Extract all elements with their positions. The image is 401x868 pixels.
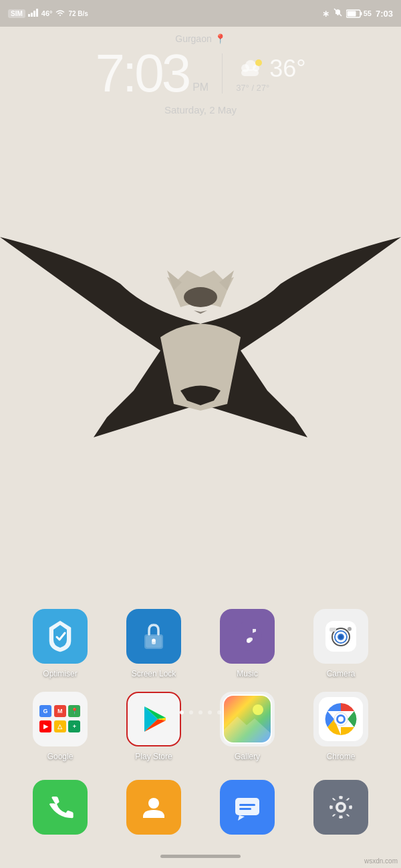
dock-item-settings[interactable]	[304, 780, 378, 835]
phone-dock-icon[interactable]	[33, 780, 88, 835]
clock-time-display: 7:03	[95, 47, 188, 100]
status-left: SIM 46° 72 B/s	[8, 9, 88, 18]
page-dot-0[interactable]	[180, 710, 184, 714]
camera-icon[interactable]	[313, 609, 368, 664]
messages-dock-icon[interactable]	[220, 780, 275, 835]
gallery-label: Gallery	[235, 752, 260, 761]
page-dots	[0, 710, 401, 714]
svg-rect-7	[360, 12, 362, 15]
svg-point-17	[152, 639, 156, 642]
svg-point-26	[348, 627, 352, 631]
music-label: Music	[237, 669, 257, 678]
dock-item-phone[interactable]	[23, 780, 97, 835]
weather-cloud-icon	[236, 57, 264, 80]
svg-point-40	[338, 805, 344, 810]
wifi-icon	[55, 9, 65, 18]
app-item-optimiser[interactable]: Optimiser	[23, 609, 97, 678]
settings-dock-icon[interactable]	[313, 780, 368, 835]
camera-label: Camera	[327, 669, 356, 678]
svg-rect-39	[239, 808, 251, 810]
app-row-1: Optimiser Screen Lock	[13, 609, 388, 678]
optimiser-svg	[45, 620, 75, 653]
google-icon[interactable]: G M 📍 ▶ △ +	[33, 692, 88, 746]
location-row: Gurgaon 📍	[0, 33, 401, 44]
screenlock-label: Screen Lock	[132, 669, 176, 678]
dock-item-messages[interactable]	[211, 780, 284, 835]
contacts-dock-icon[interactable]	[126, 780, 181, 835]
playstore-label: Play Store	[135, 752, 172, 761]
status-time: 7:03	[376, 9, 393, 19]
chrome-svg	[318, 696, 364, 742]
optimiser-label: Optimiser	[43, 669, 77, 678]
google-youtube-icon: ▶	[39, 720, 51, 732]
page-dot-3[interactable]	[208, 710, 212, 714]
messages-svg	[233, 793, 262, 822]
battery-percent: 55	[364, 9, 372, 17]
settings-svg	[326, 793, 356, 822]
contacts-svg	[139, 793, 168, 822]
svg-point-34	[338, 716, 344, 722]
gallery-icon[interactable]	[220, 692, 275, 746]
music-svg	[231, 620, 264, 653]
svg-point-18	[233, 622, 262, 651]
page-dot-1[interactable]	[189, 710, 193, 714]
clock-row: 7:03 PM 36° 37° / 27°	[0, 47, 401, 100]
screenlock-svg	[139, 620, 168, 653]
home-indicator[interactable]	[160, 855, 241, 858]
app-item-camera[interactable]: Camera	[304, 609, 378, 678]
svg-point-13	[184, 287, 217, 307]
google-other-icon: +	[68, 720, 80, 732]
date-display: Saturday, 2 May	[0, 104, 401, 116]
weather-icon-area: 36°	[236, 55, 305, 83]
app-item-google[interactable]: G M 📍 ▶ △ + Google	[23, 692, 97, 761]
watermark: wsxdn.com	[364, 857, 398, 865]
app-item-chrome[interactable]: Chrome	[304, 692, 378, 761]
clock-weather-divider	[222, 53, 223, 93]
chrome-label: Chrome	[327, 752, 356, 761]
page-dot-4[interactable]	[217, 710, 221, 714]
app-item-music[interactable]: Music	[211, 609, 284, 678]
screenlock-icon[interactable]	[126, 609, 181, 664]
google-label: Google	[47, 752, 74, 761]
dock-item-contacts[interactable]	[117, 780, 190, 835]
weather-range: 37° / 27°	[236, 83, 269, 93]
chrome-icon[interactable]	[313, 692, 368, 746]
status-right: ∗ 55 7:03	[322, 8, 393, 19]
svg-rect-2	[33, 11, 35, 17]
svg-rect-6	[347, 11, 356, 16]
clock-widget: Gurgaon 📍 7:03 PM 36° 37° / 27°	[0, 33, 401, 116]
carrier-text: 46°	[41, 9, 53, 17]
ampm-label: PM	[192, 81, 209, 93]
svg-rect-1	[31, 13, 33, 17]
weather-info: 36° 37° / 27°	[236, 55, 305, 93]
phone-svg	[45, 793, 75, 822]
svg-rect-25	[329, 628, 336, 632]
app-grid: Optimiser Screen Lock	[0, 609, 401, 775]
svg-point-12	[255, 59, 262, 66]
svg-rect-37	[235, 798, 259, 815]
optimiser-icon[interactable]	[33, 609, 88, 664]
google-drive-icon: △	[54, 720, 66, 732]
page-dot-2[interactable]	[198, 710, 203, 714]
google-folder-grid: G M 📍 ▶ △ +	[39, 705, 81, 733]
location-pin-icon: 📍	[215, 33, 226, 44]
app-item-playstore[interactable]: Play Store	[117, 692, 190, 761]
svg-point-36	[148, 798, 159, 809]
playstore-svg	[138, 703, 170, 735]
network-speed: 72 B/s	[68, 10, 88, 17]
bluetooth-icon: ∗	[322, 9, 329, 19]
app-item-screenlock[interactable]: Screen Lock	[117, 609, 190, 678]
app-item-gallery[interactable]: Gallery	[211, 692, 284, 761]
battery-indicator: 55	[346, 9, 372, 18]
status-bar: SIM 46° 72 B/s ∗	[0, 0, 401, 27]
music-icon[interactable]	[220, 609, 275, 664]
location-text: Gurgaon	[175, 33, 211, 44]
svg-point-19	[247, 639, 251, 643]
signal-strength	[28, 9, 39, 18]
playstore-icon[interactable]	[126, 692, 181, 746]
silent-icon	[333, 8, 342, 19]
svg-rect-0	[28, 14, 30, 17]
weather-temperature: 36°	[269, 55, 305, 83]
svg-rect-38	[239, 804, 255, 806]
batman-svg	[0, 204, 401, 457]
